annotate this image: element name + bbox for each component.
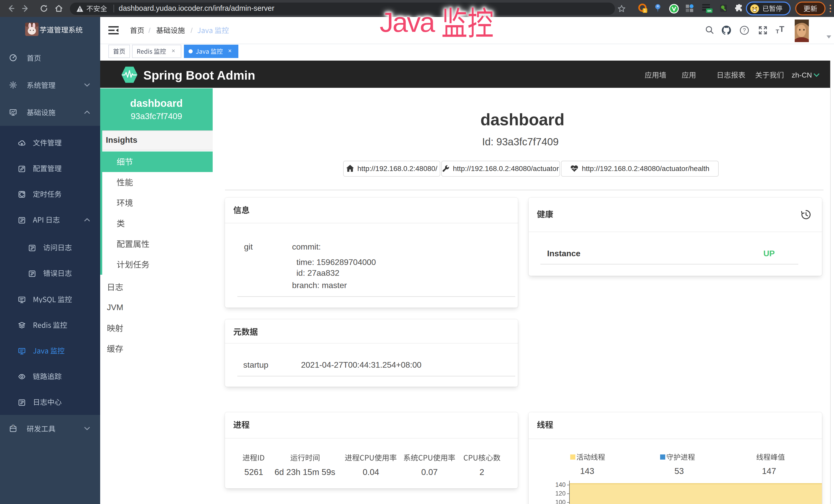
- svg-text:on: on: [707, 9, 711, 13]
- svg-text:?: ?: [743, 27, 746, 33]
- svg-text:1: 1: [644, 8, 646, 13]
